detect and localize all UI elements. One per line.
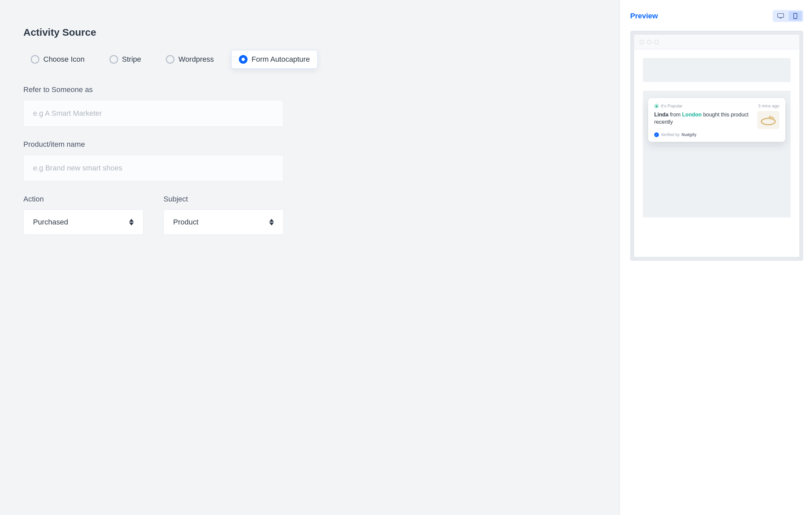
verified-prefix: Verified by [661,132,679,137]
nudge-city: London [682,112,702,117]
action-value: Purchased [33,218,68,226]
subject-value: Product [173,218,199,226]
skeleton-block [643,58,791,82]
activity-source-radios: Choose Icon Stripe Wordpress Form Autoca… [23,50,600,69]
svg-rect-0 [778,14,784,18]
radio-circle-icon [109,55,118,64]
sort-stepper-icon [129,219,134,225]
device-mobile-button[interactable] [789,11,802,21]
window-dot-icon [654,40,659,44]
skeleton-block: ▲ It's Popular 3 mins ago Linda from Lon… [643,91,791,217]
preview-frame: ▲ It's Popular 3 mins ago Linda from Lon… [630,31,803,261]
ring-icon [760,113,777,127]
action-select[interactable]: Purchased [23,209,143,235]
radio-wordpress[interactable]: Wordpress [158,50,221,68]
sort-stepper-icon [269,219,274,225]
radio-label: Wordpress [178,55,214,64]
preview-title: Preview [630,12,658,20]
section-title-activity-source: Activity Source [23,27,600,38]
desktop-icon [777,13,784,19]
nudge-tag-label: It's Popular [661,103,683,109]
radio-label: Form Autocapture [252,55,310,64]
nudge-product-image [757,111,779,129]
nudge-card: ▲ It's Popular 3 mins ago Linda from Lon… [648,98,785,142]
radio-choose-icon[interactable]: Choose Icon [23,50,92,68]
check-badge-icon: ✓ [654,132,659,137]
svg-point-3 [795,18,796,18]
product-name-input[interactable] [23,155,284,181]
svg-rect-1 [780,18,782,19]
radio-stripe[interactable]: Stripe [102,50,148,68]
window-dot-icon [640,40,644,44]
device-desktop-button[interactable] [774,11,787,21]
svg-point-5 [771,117,774,120]
radio-circle-icon [239,55,248,64]
nudge-tag: ▲ It's Popular [654,103,683,109]
subject-select[interactable]: Product [164,209,284,235]
nudge-message: Linda from London bought this product re… [654,111,753,129]
mobile-icon [792,13,799,19]
browser-chrome [634,35,799,49]
nudge-from-word: from [670,112,680,117]
device-toggle [773,10,803,22]
nudge-tail: bought this product recently [654,112,749,125]
nudge-person-name: Linda [654,112,669,117]
label-refer-to: Refer to Someone as [23,85,600,94]
radio-label: Choose Icon [44,55,85,64]
label-action: Action [23,195,143,204]
flame-icon: ▲ [654,104,659,109]
radio-circle-icon [31,55,39,64]
radio-circle-icon [166,55,174,64]
nudge-verified: ✓ Verified by Nudgify [654,132,779,137]
label-product-name: Product/item name [23,140,600,149]
radio-form-autocapture[interactable]: Form Autocapture [231,50,318,69]
refer-to-input[interactable] [23,100,284,127]
label-subject: Subject [164,195,284,204]
radio-label: Stripe [122,55,141,64]
verified-brand: Nudgify [682,132,697,137]
nudge-time: 3 mins ago [758,103,779,109]
svg-point-6 [769,116,771,118]
window-dot-icon [647,40,651,44]
